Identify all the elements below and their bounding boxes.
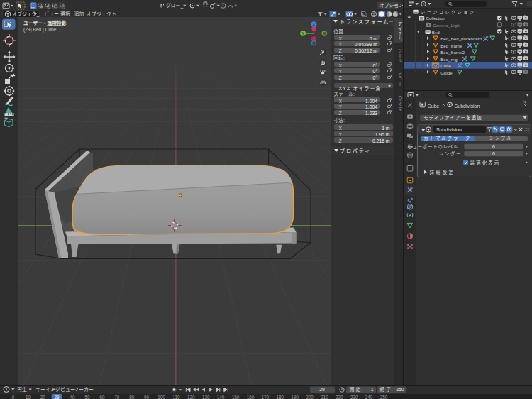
svg-text:再生: 再生 (17, 386, 27, 393)
svg-text:130: 130 (202, 395, 210, 399)
svg-text:6: 6 (492, 151, 495, 156)
svg-text:250: 250 (380, 395, 388, 399)
svg-text:Bed_frame2: Bed_frame2 (440, 50, 465, 55)
svg-text:オプション: オプション (379, 3, 403, 8)
svg-text:Cube: Cube (428, 104, 440, 109)
svg-text:グロー_: グロー_ (166, 2, 183, 9)
svg-text:70: 70 (114, 395, 120, 399)
svg-text:Bed_Bed_duckboard: Bed_Bed_duckboard (440, 36, 482, 41)
svg-text:100: 100 (157, 395, 165, 399)
svg-text:40: 40 (70, 395, 76, 399)
svg-text:オブジェクト: オブジェクト (87, 11, 116, 16)
svg-text:Bed: Bed (432, 30, 440, 35)
svg-text:6: 6 (492, 144, 495, 149)
svg-text:Bed_frame: Bed_frame (440, 43, 462, 48)
svg-text:1: 1 (371, 387, 374, 392)
svg-text:Subdivision: Subdivision (455, 104, 480, 109)
svg-text:最適化表示: 最適化表示 (470, 160, 501, 166)
svg-text:ビューポートのレベル..: ビューポートのレベル.. (407, 143, 462, 149)
svg-text:Z: Z (313, 22, 315, 26)
svg-text:0: 0 (12, 395, 15, 399)
svg-text:140: 140 (217, 395, 225, 399)
svg-text:ビュー: ビュー (60, 386, 75, 392)
svg-text:キーイング: キーイング (35, 386, 60, 393)
svg-text:60: 60 (99, 395, 105, 399)
svg-text:50: 50 (84, 395, 90, 399)
svg-text:180: 180 (276, 395, 284, 399)
svg-text:Cube: Cube (440, 63, 451, 68)
svg-text:10: 10 (26, 395, 31, 399)
svg-text:マーカー: マーカー (74, 387, 94, 392)
svg-text:モディファイアーを追加: モディファイアーを追加 (423, 114, 482, 121)
svg-text:Bed_reg: Bed_reg (440, 57, 458, 62)
svg-text:160: 160 (247, 395, 255, 399)
svg-text:Guide: Guide (440, 70, 453, 75)
svg-text:170: 170 (262, 395, 270, 399)
svg-text:20: 20 (40, 395, 46, 399)
svg-text:レンダー: レンダー (439, 151, 462, 157)
svg-text:220: 220 (336, 395, 343, 399)
svg-text:Subdivision: Subdivision (436, 127, 462, 132)
svg-text:カトマルクラーク: カトマルクラーク (423, 136, 471, 141)
svg-text:開始: 開始 (350, 386, 362, 393)
svg-text:80: 80 (129, 395, 135, 399)
svg-text:110: 110 (172, 395, 180, 399)
svg-text:210: 210 (321, 395, 328, 399)
svg-text:120: 120 (187, 395, 195, 399)
svg-text:シンプル: シンプル (489, 136, 513, 141)
svg-text:200: 200 (306, 395, 314, 399)
svg-text:29: 29 (319, 387, 325, 392)
svg-text:終了: 終了 (380, 386, 393, 393)
svg-text:90: 90 (144, 395, 150, 399)
svg-text:150: 150 (232, 395, 240, 399)
svg-text:シーンコレクション: シーンコレクション (421, 9, 475, 15)
svg-text:190: 190 (291, 395, 299, 399)
svg-text:Collection: Collection (426, 16, 446, 21)
svg-text:29: 29 (55, 395, 60, 399)
svg-text:230: 230 (350, 395, 358, 399)
svg-text:Camera_Light: Camera_Light (433, 23, 460, 28)
svg-text:詳細設定: 詳細設定 (430, 169, 455, 175)
svg-text:250: 250 (396, 387, 404, 392)
svg-text:ビュー: ビュー (44, 11, 59, 16)
svg-text:240: 240 (365, 395, 373, 399)
